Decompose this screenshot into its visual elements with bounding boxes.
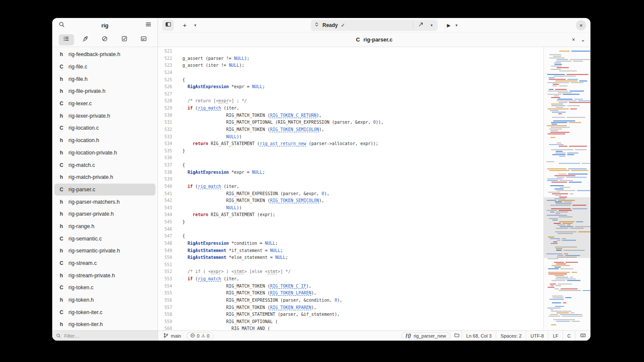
code-line-536[interactable]: 536 [158, 154, 543, 162]
code-line-554[interactable]: 554 RIG_MATCH_TOKEN (RIG_TOKEN_C_IF), [158, 283, 543, 290]
code-line-546[interactable]: 546 [158, 226, 543, 233]
code-line-549[interactable]: 549 RigAstStatement *if_statement = NULL… [158, 247, 543, 255]
panel-tab-diagnostics[interactable] [97, 34, 113, 45]
file-item[interactable]: hrig-token.h [54, 294, 155, 306]
code-line-526[interactable]: 526 RigAstExpression *expr = NULL; [158, 83, 543, 91]
file-item[interactable]: hrig-stream-private.h [54, 269, 155, 282]
new-page-chevron[interactable]: ▾ [192, 20, 198, 31]
filter-input[interactable] [63, 333, 154, 339]
indentation-button[interactable]: Spaces: 2 [496, 331, 526, 341]
file-item[interactable]: hrig-lexer-private.h [54, 110, 155, 122]
code-line-532[interactable]: 532 RIG_MATCH_TOKEN (RIG_TOKEN_SEMICOLON… [158, 126, 543, 134]
file-item[interactable]: Crig-semantic.c [54, 232, 155, 245]
code-line-555[interactable]: 555 RIG_MATCH_TOKEN (RIG_TOKEN_LPAREN), [158, 290, 543, 297]
new-page-button[interactable]: + [179, 20, 191, 31]
code-line-539[interactable]: 539 [158, 176, 543, 183]
code-line-560[interactable]: 560 RIG_MATCH_AND ( [158, 325, 543, 330]
code-line-524[interactable]: 524 [158, 69, 543, 77]
file-item[interactable]: hrig-location-private.h [54, 147, 155, 159]
tab-close-button[interactable]: × [572, 36, 575, 43]
code-line-523[interactable]: 523g_assert (iter != NULL); [158, 62, 543, 69]
diagnostics-button[interactable]: 0 ⚠ 0 [186, 332, 213, 340]
code-line-558[interactable]: 558 RIG_MATCH_STATEMENT (parser, &if_sta… [158, 311, 543, 318]
file-item[interactable]: hrig-feedback-private.h [54, 48, 155, 61]
file-item[interactable]: hrig-file.h [54, 73, 155, 85]
code-line-533[interactable]: 533 NULL)) [158, 134, 543, 141]
deploy-button[interactable] [416, 20, 426, 31]
folder-button[interactable] [454, 332, 460, 339]
file-item[interactable]: hrig-match-private.h [54, 171, 155, 184]
code-line-557[interactable]: 557 RIG_MATCH_TOKEN (RIG_TOKEN_RPAREN), [158, 304, 543, 312]
code-line-534[interactable]: 534 return RIG_AST_STATEMENT (rig_ast_re… [158, 140, 543, 148]
code-line-550[interactable]: 550 RigAstStatement *else_statement = NU… [158, 254, 543, 261]
tab-list-chevron[interactable]: ⌄ [581, 36, 585, 43]
code-line-553[interactable]: 553 if (rig_match (iter, [158, 276, 543, 283]
code-line-537[interactable]: 537{ [158, 162, 543, 169]
run-button[interactable]: ▶ [444, 23, 453, 28]
code-line-527[interactable]: 527 [158, 91, 543, 98]
menu-button[interactable] [143, 20, 154, 31]
branch-button[interactable]: main [163, 332, 181, 339]
code-line-547[interactable]: 547{ [158, 233, 543, 240]
file-item[interactable]: Crig-file.c [54, 61, 155, 73]
code-line-521[interactable]: 521 [158, 48, 543, 55]
file-item[interactable]: Crig-location.c [54, 122, 155, 134]
code-line-543[interactable]: 543 NULL)) [158, 205, 543, 212]
open-file-tab[interactable]: C rig-parser.c [356, 36, 392, 43]
file-item[interactable]: hrig-location.h [54, 134, 155, 147]
panel-tab-build[interactable] [78, 34, 93, 45]
code-line-552[interactable]: 552 /* if ( <expr> ) <stmt> [else <stmt>… [158, 268, 543, 276]
code-line-538[interactable]: 538 RigAstExpression *expr = NULL; [158, 169, 543, 176]
keyboard-button[interactable] [575, 331, 590, 341]
deploy-chevron[interactable]: ▾ [429, 20, 435, 31]
file-item[interactable]: hrig-token-iter.h [54, 318, 155, 330]
code-line-559[interactable]: 559 RIG_MATCH_OPTIONAL ( [158, 318, 543, 326]
line-ending-button[interactable]: LF [548, 331, 563, 341]
file-item[interactable]: Crig-stream.c [54, 257, 155, 270]
code-line-540[interactable]: 540 if (rig_match (iter, [158, 183, 543, 190]
file-item[interactable]: Crig-match.c [54, 159, 155, 171]
minimap[interactable] [543, 47, 590, 330]
editor[interactable]: 521522g_assert (parser != NULL);523g_ass… [158, 47, 590, 330]
code-line-545[interactable]: 545} [158, 219, 543, 226]
file-item[interactable]: Crig-token-iter.c [54, 306, 155, 318]
code-line-525[interactable]: 525{ [158, 77, 543, 84]
run-chevron[interactable]: ▾ [453, 20, 459, 31]
code-line-541[interactable]: 541 RIG_MATCH_EXPRESSION (parser, &expr,… [158, 190, 543, 198]
file-item[interactable]: hrig-semantic-private.h [54, 245, 155, 257]
cursor-position-button[interactable]: Ln 68, Col 3 [462, 331, 496, 341]
code-line-556[interactable]: 556 RIG_MATCH_EXPRESSION (parser, &condi… [158, 297, 543, 304]
code-line-535[interactable]: 535} [158, 148, 543, 155]
search-button[interactable] [56, 20, 67, 31]
code-line-528[interactable]: 528 /* return [<expr>] ; */ [158, 98, 543, 105]
chevron-down-icon: ▾ [194, 23, 197, 27]
language-button[interactable]: C [563, 331, 575, 341]
file-item[interactable]: Crig-lexer.c [54, 98, 155, 110]
file-item[interactable]: Crig-token.c [54, 282, 155, 294]
code-line-551[interactable]: 551 [158, 261, 543, 269]
file-item[interactable]: hrig-parser-matchers.h [54, 196, 155, 208]
code-line-544[interactable]: 544 return RIG_AST_STATEMENT (expr); [158, 211, 543, 219]
file-item[interactable]: hrig-file-private.h [54, 85, 155, 98]
panel-tab-symbols[interactable] [59, 34, 74, 45]
code-line-530[interactable]: 530 RIG_MATCH_TOKEN (RIG_TOKEN_C_RETURN)… [158, 112, 543, 119]
code-lines[interactable]: 521522g_assert (parser != NULL);523g_ass… [158, 47, 543, 330]
sidebar-toggle-button[interactable] [162, 20, 174, 31]
code-line-542[interactable]: 542 RIG_MATCH_TOKEN (RIG_TOKEN_SEMICOLON… [158, 197, 543, 205]
omnibar[interactable]: Ready ✓ ▾ [311, 20, 438, 31]
panel-tab-logs[interactable] [136, 34, 151, 45]
window-close-button[interactable]: × [576, 20, 586, 30]
encoding-button[interactable]: UTF-8 [526, 331, 548, 341]
code-line-529[interactable]: 529 if (rig_match (iter, [158, 105, 543, 112]
code-line-522[interactable]: 522g_assert (parser != NULL); [158, 55, 543, 62]
code-line-548[interactable]: 548 RigAstExpression *condition = NULL; [158, 240, 543, 247]
line-number: 556 [158, 297, 177, 304]
code-line-531[interactable]: 531 RIG_MATCH_OPTIONAL (RIG_MATCH_EXPRES… [158, 119, 543, 126]
function-context-button[interactable]: ƒ{} rig_parser_new [402, 332, 450, 339]
minimap-viewport[interactable] [544, 197, 590, 258]
line-number: 525 [158, 77, 177, 84]
file-item[interactable]: Crig-parser.c [54, 184, 155, 196]
file-item[interactable]: hrig-parser-private.h [54, 208, 155, 220]
file-item[interactable]: hrig-range.h [54, 220, 155, 233]
panel-tab-tests[interactable] [116, 34, 132, 45]
